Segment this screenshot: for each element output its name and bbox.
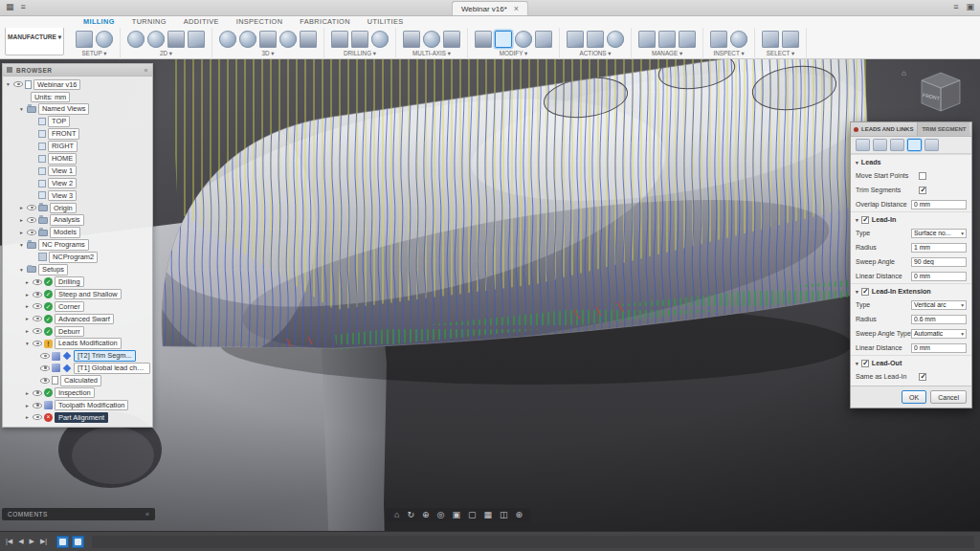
toolbar-group-label[interactable]: 3D ▾ bbox=[262, 50, 275, 56]
ribbon-tab[interactable]: FABRICATION bbox=[291, 15, 359, 28]
tree-item-label[interactable]: FRONT bbox=[48, 128, 79, 140]
tree-item[interactable]: [T2] Trim Segm... bbox=[3, 350, 152, 363]
field-control[interactable]: 0 mm bbox=[911, 272, 967, 281]
tree-item-label[interactable]: Calculated bbox=[60, 375, 101, 386]
visibility-eye-icon[interactable] bbox=[33, 390, 42, 396]
expand-arrow-icon[interactable] bbox=[18, 230, 25, 235]
tree-item-label[interactable]: TOP bbox=[48, 116, 70, 127]
tree-item-label[interactable]: Origin bbox=[50, 203, 77, 214]
tree-item-label[interactable]: RIGHT bbox=[48, 141, 78, 152]
toolbar-icon[interactable] bbox=[147, 31, 165, 48]
tree-item[interactable]: Steep and Shallow bbox=[3, 288, 152, 300]
toolbar-icon[interactable] bbox=[300, 31, 317, 48]
visibility-eye-icon[interactable] bbox=[33, 403, 42, 408]
section-header[interactable]: Lead-In Extension bbox=[851, 283, 971, 298]
tree-item[interactable]: Webinar v16 bbox=[3, 78, 152, 91]
tree-item[interactable]: TOP bbox=[3, 116, 152, 128]
tree-item-label[interactable]: Models bbox=[50, 227, 80, 238]
tree-item[interactable]: Units: mm bbox=[3, 91, 152, 103]
titlebar-icon[interactable]: ≡ bbox=[21, 0, 26, 14]
tree-item[interactable]: Advanced Swarf bbox=[3, 313, 152, 325]
toolbar-icon[interactable] bbox=[535, 31, 552, 48]
nav-tool-icon[interactable]: ▢ bbox=[468, 508, 477, 522]
dialog-tool-tab-icon[interactable] bbox=[907, 139, 922, 151]
timeline-track[interactable] bbox=[92, 536, 974, 548]
tree-item-label[interactable]: [T2] Trim Segm... bbox=[74, 350, 136, 362]
nav-tool-icon[interactable]: ⌂ bbox=[394, 508, 399, 522]
toolbar-group-label[interactable]: 2D ▾ bbox=[160, 50, 172, 56]
tree-item[interactable]: Setups bbox=[3, 263, 152, 276]
ribbon-tab[interactable]: TURNING bbox=[123, 15, 175, 28]
tree-item-label[interactable]: View 1 bbox=[48, 165, 77, 177]
section-enable-checkbox[interactable] bbox=[861, 216, 869, 224]
toolbar-icon[interactable] bbox=[239, 31, 256, 48]
tree-item[interactable]: Leads Modification bbox=[3, 338, 152, 350]
visibility-eye-icon[interactable] bbox=[33, 316, 42, 321]
toolbar-icon[interactable] bbox=[423, 31, 440, 48]
tree-item[interactable]: View 1 bbox=[3, 165, 152, 177]
tree-item-label[interactable]: Named Views bbox=[38, 103, 89, 115]
tree-item[interactable]: View 2 bbox=[3, 177, 152, 189]
toolbar-icon[interactable] bbox=[188, 31, 205, 48]
tree-item[interactable]: FRONT bbox=[3, 128, 152, 141]
toolbar-icon[interactable] bbox=[219, 31, 236, 48]
nav-tool-icon[interactable]: ▦ bbox=[483, 508, 492, 522]
toolbar-group-label[interactable]: SELECT ▾ bbox=[767, 50, 794, 56]
tree-item-label[interactable]: NC Programs bbox=[38, 239, 89, 251]
expand-arrow-icon[interactable] bbox=[24, 303, 31, 309]
close-document-icon[interactable]: × bbox=[514, 4, 519, 13]
tree-item[interactable]: RIGHT bbox=[3, 140, 152, 152]
tree-item-label[interactable]: HOME bbox=[48, 153, 77, 165]
view-cube[interactable]: ⌂ FRONT bbox=[902, 67, 976, 121]
dialog-tab-leads-and-links[interactable]: LEADS AND LINKS bbox=[861, 126, 917, 132]
visibility-eye-icon[interactable] bbox=[27, 205, 36, 210]
expand-arrow-icon[interactable] bbox=[18, 106, 25, 112]
section-header[interactable]: Leads bbox=[851, 154, 971, 168]
playback-button[interactable]: |◀ bbox=[6, 538, 12, 545]
toolbar-icon[interactable] bbox=[475, 31, 492, 48]
tree-item[interactable]: HOME bbox=[3, 152, 152, 165]
timeline-op-chip[interactable] bbox=[56, 536, 69, 548]
toolbar-icon[interactable] bbox=[587, 31, 604, 48]
visibility-eye-icon[interactable] bbox=[33, 341, 42, 346]
expand-arrow-icon[interactable] bbox=[24, 403, 31, 408]
view-cube-graphic[interactable]: FRONT bbox=[908, 67, 968, 117]
ok-button[interactable]: OK bbox=[902, 390, 926, 404]
toolbar-icon[interactable] bbox=[96, 31, 113, 48]
toolbar-icon[interactable] bbox=[638, 31, 656, 48]
toolbar-icon[interactable] bbox=[607, 31, 624, 48]
dialog-tool-tab-icon[interactable] bbox=[924, 139, 939, 151]
comments-collapse-icon[interactable]: « bbox=[145, 511, 149, 518]
titlebar-icon[interactable]: ▦ bbox=[6, 0, 14, 14]
toolbar-group-label[interactable]: DRILLING ▾ bbox=[344, 50, 376, 56]
toolbar-icon[interactable] bbox=[371, 31, 389, 48]
playback-button[interactable]: ▶ bbox=[30, 538, 34, 545]
toolbar-icon[interactable] bbox=[127, 31, 145, 48]
dialog-tab-trim-segment[interactable]: TRIM SEGMENT bbox=[917, 122, 969, 136]
toolbar-icon[interactable] bbox=[710, 31, 727, 48]
tree-item-label[interactable]: Corner bbox=[55, 301, 84, 313]
tree-item[interactable]: Corner bbox=[3, 300, 152, 313]
visibility-eye-icon[interactable] bbox=[33, 292, 42, 298]
expand-arrow-icon[interactable] bbox=[24, 414, 31, 420]
dialog-tool-tab-icon[interactable] bbox=[890, 139, 904, 151]
playback-button[interactable]: ▶| bbox=[40, 538, 47, 545]
tree-item[interactable]: Analysis bbox=[3, 214, 152, 227]
toolbar-icon[interactable] bbox=[658, 31, 676, 48]
tree-item-label[interactable]: Setups bbox=[38, 264, 68, 276]
toolbar-icon[interactable] bbox=[76, 31, 93, 48]
tree-item[interactable]: Models bbox=[3, 227, 152, 239]
toolbar-group-label[interactable]: MODIFY ▾ bbox=[500, 50, 527, 56]
dialog-tool-tab-icon[interactable] bbox=[856, 139, 870, 151]
tree-item-label[interactable]: Leads Modification bbox=[55, 338, 122, 349]
comments-bar[interactable]: COMMENTS « bbox=[2, 508, 155, 520]
tree-item[interactable]: Drilling bbox=[3, 276, 152, 288]
section-collapse-icon[interactable] bbox=[856, 361, 858, 366]
expand-arrow-icon[interactable] bbox=[5, 81, 11, 87]
toolbar-icon[interactable] bbox=[443, 31, 460, 48]
ribbon-tab[interactable]: UTILITIES bbox=[359, 15, 412, 28]
section-collapse-icon[interactable] bbox=[856, 289, 858, 295]
toolbar-icon[interactable] bbox=[351, 31, 368, 48]
document-tab[interactable]: Webinar v16* × bbox=[452, 1, 528, 15]
field-control[interactable] bbox=[919, 187, 926, 194]
